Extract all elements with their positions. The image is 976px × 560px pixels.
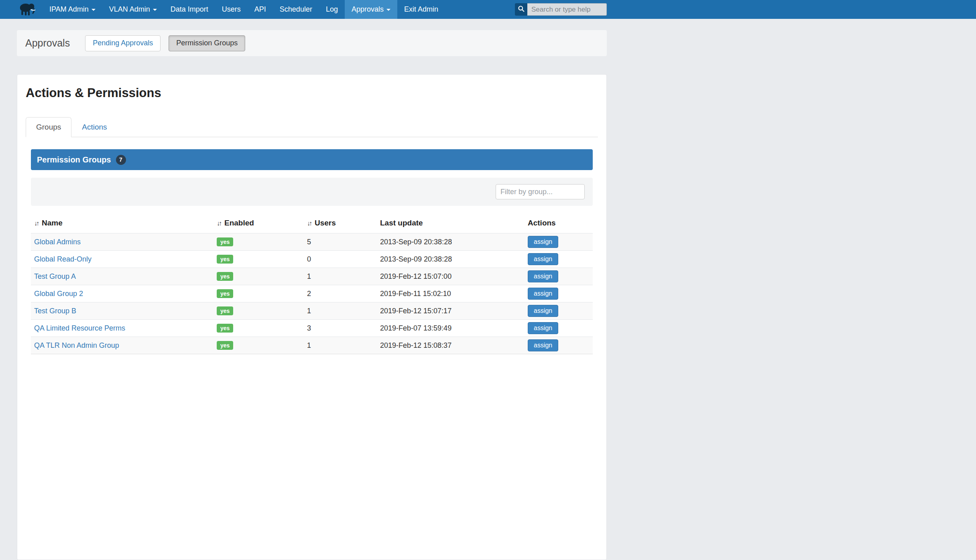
column-header-label: Last update [380, 219, 423, 227]
assign-button[interactable]: assign [528, 305, 558, 317]
enabled-badge: yes [217, 289, 233, 298]
column-header-label: Users [315, 219, 336, 227]
last-update-value: 2019-Feb-12 15:07:17 [380, 307, 451, 315]
pending-approvals-button[interactable]: Pending Approvals [85, 35, 161, 51]
groups-table-wrap: ↓↑Name ↓↑Enabled ↓↑Users Last update [31, 214, 593, 354]
column-header-last-update: Last update [377, 214, 525, 233]
tab-bar: Groups Actions [26, 117, 598, 137]
column-header-enabled[interactable]: ↓↑Enabled [214, 214, 304, 233]
nav-item-label: API [254, 5, 266, 14]
nav-item-label: Users [222, 5, 241, 14]
page-content: Approvals Pending Approvals Permission G… [17, 30, 607, 560]
enabled-badge: yes [217, 324, 233, 333]
column-header-label: Actions [528, 219, 556, 227]
table-row: QA TLR Non Admin Group yes 1 2019-Feb-12… [31, 337, 593, 354]
group-name-link[interactable]: QA Limited Resource Perms [34, 324, 125, 332]
filter-toolbar [31, 178, 593, 206]
enabled-badge: yes [217, 272, 233, 281]
users-count: 1 [307, 272, 311, 280]
column-header-actions: Actions [525, 214, 593, 233]
navbar-menu: IPAM Admin VLAN Admin Data Import Users … [43, 0, 445, 19]
assign-button[interactable]: assign [528, 270, 558, 282]
nav-item-label: VLAN Admin [109, 5, 150, 14]
users-count: 2 [307, 290, 311, 298]
table-row: Global Read-Only yes 0 2013-Sep-09 20:38… [31, 251, 593, 268]
approvals-header-card: Approvals Pending Approvals Permission G… [17, 30, 607, 56]
column-header-name[interactable]: ↓↑Name [31, 214, 214, 233]
assign-button[interactable]: assign [528, 322, 558, 334]
permission-groups-section: Permission Groups 7 ↓↑Name [31, 149, 593, 354]
users-count: 3 [307, 324, 311, 332]
group-name-link[interactable]: Global Admins [34, 238, 81, 246]
users-count: 1 [307, 341, 311, 349]
assign-button[interactable]: assign [528, 288, 558, 300]
enabled-badge: yes [217, 237, 233, 246]
nav-item-ipam-admin[interactable]: IPAM Admin [43, 0, 102, 19]
nav-item-log[interactable]: Log [319, 0, 345, 19]
mammoth-logo-icon [17, 1, 38, 18]
nav-item-exit-admin[interactable]: Exit Admin [397, 0, 445, 19]
column-header-label: Name [42, 219, 63, 227]
nav-item-users[interactable]: Users [215, 0, 248, 19]
group-name-link[interactable]: Test Group A [34, 272, 76, 280]
search-input[interactable] [527, 3, 607, 16]
group-name-link[interactable]: Test Group B [34, 307, 76, 315]
table-row: Test Group B yes 1 2019-Feb-12 15:07:17 … [31, 302, 593, 320]
column-header-users[interactable]: ↓↑Users [304, 214, 377, 233]
chevron-down-icon [153, 9, 157, 11]
users-count: 0 [307, 255, 311, 263]
last-update-value: 2019-Feb-12 15:07:00 [380, 272, 451, 280]
chevron-down-icon [92, 9, 96, 11]
permission-groups-button[interactable]: Permission Groups [169, 35, 245, 51]
actions-permissions-panel: Actions & Permissions Groups Actions Per… [17, 74, 607, 560]
last-update-value: 2019-Feb-12 15:08:37 [380, 341, 451, 349]
nav-item-api[interactable]: API [248, 0, 273, 19]
search-button[interactable] [515, 3, 527, 16]
users-count: 1 [307, 307, 311, 315]
brand-logo[interactable] [17, 0, 43, 19]
nav-item-label: IPAM Admin [49, 5, 89, 14]
sort-icon[interactable]: ↓↑ [34, 220, 38, 227]
table-row: Global Group 2 yes 2 2019-Feb-11 15:02:1… [31, 285, 593, 302]
heading-title: Permission Groups [37, 155, 111, 164]
tab-actions[interactable]: Actions [71, 117, 117, 137]
sort-icon[interactable]: ↓↑ [307, 220, 311, 227]
nav-item-label: Exit Admin [404, 5, 438, 14]
search-icon [518, 5, 525, 14]
nav-item-approvals[interactable]: Approvals [345, 0, 397, 19]
navbar-search [515, 3, 607, 16]
tab-groups[interactable]: Groups [26, 117, 71, 137]
last-update-value: 2019-Feb-11 15:02:10 [380, 290, 451, 298]
nav-item-label: Approvals [352, 5, 384, 14]
sort-icon[interactable]: ↓↑ [217, 220, 221, 227]
last-update-value: 2019-Feb-07 13:59:49 [380, 324, 451, 332]
last-update-value: 2013-Sep-09 20:38:28 [380, 255, 452, 263]
nav-item-scheduler[interactable]: Scheduler [273, 0, 319, 19]
groups-table: ↓↑Name ↓↑Enabled ↓↑Users Last update [31, 214, 593, 354]
group-name-link[interactable]: QA TLR Non Admin Group [34, 341, 119, 349]
page-title: Approvals [25, 37, 70, 49]
assign-button[interactable]: assign [528, 339, 558, 351]
group-name-link[interactable]: Global Group 2 [34, 290, 83, 298]
navbar-inner: IPAM Admin VLAN Admin Data Import Users … [17, 0, 607, 19]
assign-button[interactable]: assign [528, 236, 558, 248]
table-row: Global Admins yes 5 2013-Sep-09 20:38:28… [31, 233, 593, 251]
filter-by-group-input[interactable] [496, 184, 585, 199]
nav-item-data-import[interactable]: Data Import [164, 0, 215, 19]
last-update-value: 2013-Sep-09 20:38:28 [380, 238, 452, 246]
table-header-row: ↓↑Name ↓↑Enabled ↓↑Users Last update [31, 214, 593, 233]
panel-title: Actions & Permissions [26, 86, 598, 100]
permission-groups-heading: Permission Groups 7 [31, 149, 593, 170]
nav-item-label: Log [326, 5, 338, 14]
nav-item-vlan-admin[interactable]: VLAN Admin [102, 0, 164, 19]
table-row: QA Limited Resource Perms yes 3 2019-Feb… [31, 320, 593, 337]
group-name-link[interactable]: Global Read-Only [34, 255, 92, 263]
users-count: 5 [307, 238, 311, 246]
enabled-badge: yes [217, 306, 233, 315]
column-header-label: Enabled [224, 219, 254, 227]
nav-item-label: Scheduler [280, 5, 312, 14]
top-navbar: IPAM Admin VLAN Admin Data Import Users … [0, 0, 976, 19]
assign-button[interactable]: assign [528, 253, 558, 265]
chevron-down-icon [386, 9, 390, 11]
table-row: Test Group A yes 1 2019-Feb-12 15:07:00 … [31, 268, 593, 285]
